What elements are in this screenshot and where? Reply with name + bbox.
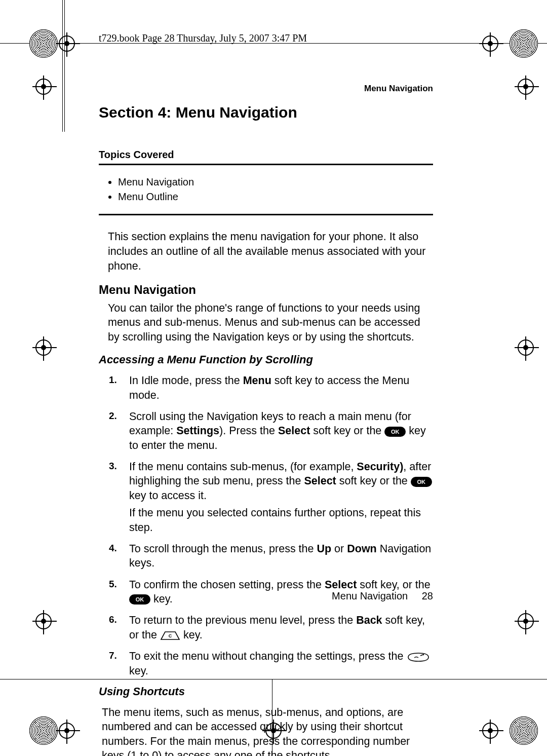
- crop-line: [64, 0, 65, 132]
- heading-using-shortcuts: Using Shortcuts: [99, 685, 433, 698]
- registration-mark-icon: [35, 613, 52, 629]
- topics-list: Menu Navigation Menu Outline: [118, 176, 433, 203]
- step-text: key.: [183, 629, 203, 641]
- registration-mark-icon: [518, 79, 534, 95]
- step-text: ). Press the: [219, 425, 278, 437]
- bold: Security): [357, 461, 403, 473]
- page-footer: Menu Navigation 28: [332, 590, 433, 602]
- registration-mark-icon: [35, 79, 52, 95]
- step-text: or: [331, 543, 347, 555]
- bold: Down: [347, 543, 377, 555]
- end-key-icon: [406, 652, 431, 663]
- step-text: soft key, or the: [357, 579, 430, 591]
- print-header: t729.book Page 28 Thursday, July 5, 2007…: [99, 32, 307, 44]
- bold: Menu: [243, 374, 271, 387]
- step-text: soft key or the: [310, 425, 384, 437]
- step-item: 7. To exit the menu without changing the…: [129, 649, 433, 678]
- registration-mark-icon: [518, 613, 534, 629]
- step-text: In Idle mode, press the: [129, 374, 243, 387]
- print-medallion-icon: [29, 716, 58, 745]
- step-text: soft key or the: [336, 475, 411, 487]
- bold: Back: [356, 614, 382, 626]
- svg-text:C: C: [169, 633, 172, 638]
- divider: [99, 164, 433, 165]
- crop-line: [62, 0, 63, 132]
- bold: Select: [325, 579, 357, 591]
- steps-list: 1. In Idle mode, press the Menu soft key…: [129, 373, 433, 678]
- registration-mark-icon: [482, 723, 498, 739]
- registration-mark-icon: [59, 35, 75, 52]
- ok-key-icon: OK: [129, 594, 150, 604]
- bold: Settings: [176, 425, 219, 437]
- page-number: 28: [422, 590, 433, 602]
- registration-mark-icon: [518, 339, 534, 356]
- step-text: To confirm the chosen setting, press the: [129, 579, 325, 591]
- paragraph: You can tailor the phone's range of func…: [108, 301, 433, 344]
- bold: Up: [317, 543, 331, 555]
- page: t729.book Page 28 Thursday, July 5, 2007…: [0, 0, 547, 756]
- heading-accessing-by-scrolling: Accessing a Menu Function by Scrolling: [99, 353, 433, 366]
- step-text: To exit the menu without changing the se…: [129, 650, 406, 662]
- heading-menu-navigation: Menu Navigation: [99, 283, 433, 297]
- print-medallion-icon: [29, 29, 58, 58]
- step-text: To scroll through the menus, press the: [129, 543, 317, 555]
- section-intro: This section explains the menu navigatio…: [108, 230, 433, 274]
- step-text: key to access it.: [129, 489, 207, 502]
- ok-key-icon: OK: [384, 427, 406, 437]
- step-text: To return to the previous menu level, pr…: [129, 614, 356, 626]
- step-text: key.: [153, 593, 173, 605]
- footer-label: Menu Navigation: [332, 590, 408, 601]
- print-medallion-icon: [510, 716, 538, 745]
- clear-key-icon: C: [160, 630, 180, 640]
- topic-item: Menu Navigation: [118, 176, 433, 188]
- paragraph: The menu items, such as menus, sub-menus…: [102, 705, 433, 756]
- topic-item: Menu Outline: [118, 191, 433, 203]
- registration-mark-icon: [59, 723, 75, 739]
- bold: Select: [278, 425, 310, 437]
- section-title: Section 4: Menu Navigation: [99, 104, 433, 121]
- step-text: If the menu contains sub-menus, (for exa…: [129, 461, 357, 473]
- step-item: 3. If the menu contains sub-menus, (for …: [129, 460, 433, 535]
- step-item: 1. In Idle mode, press the Menu soft key…: [129, 373, 433, 402]
- print-medallion-icon: [510, 29, 538, 58]
- ok-key-icon: OK: [411, 477, 432, 487]
- step-item: 6. To return to the previous menu level,…: [129, 613, 433, 642]
- step-item: 2. Scroll using the Navigation keys to r…: [129, 409, 433, 452]
- content-column: Menu Navigation Section 4: Menu Navigati…: [99, 84, 433, 756]
- divider: [99, 214, 433, 215]
- step-text: If the menu you selected contains furthe…: [129, 507, 421, 533]
- svg-point-1: [423, 654, 424, 655]
- registration-mark-icon: [482, 35, 498, 52]
- running-head: Menu Navigation: [364, 84, 433, 94]
- step-text: key.: [129, 665, 148, 677]
- step-item: 4. To scroll through the menus, press th…: [129, 542, 433, 571]
- topics-covered-label: Topics Covered: [99, 149, 433, 161]
- registration-mark-icon: [35, 339, 52, 356]
- bold: Select: [304, 475, 336, 487]
